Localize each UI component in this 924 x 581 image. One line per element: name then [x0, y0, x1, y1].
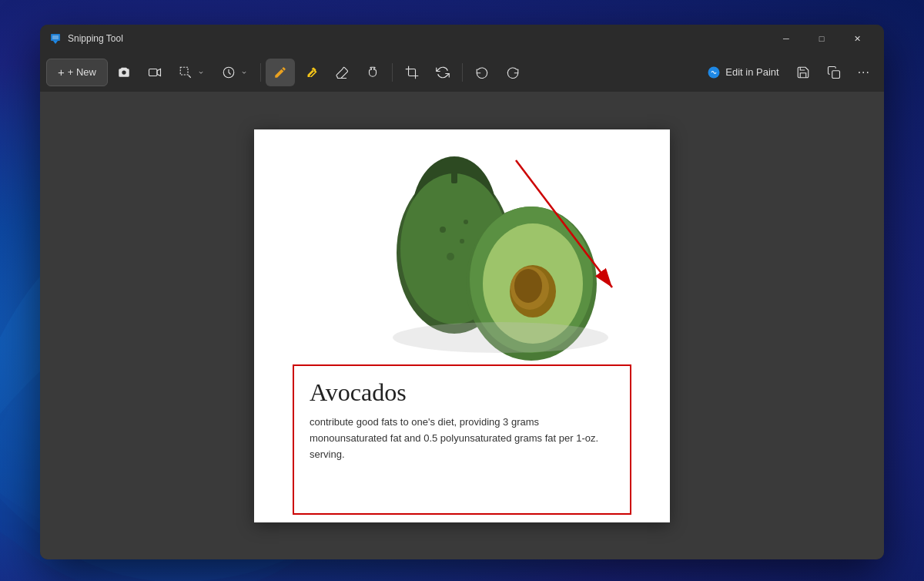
pen-icon: [273, 65, 287, 79]
red-arrow: [493, 145, 647, 314]
delay-button[interactable]: [214, 59, 256, 86]
svg-rect-20: [451, 172, 457, 183]
transform-button[interactable]: [428, 59, 457, 86]
svg-point-10: [440, 227, 446, 233]
toolbar: + + New: [40, 52, 884, 92]
window-title: Snipping Tool: [68, 33, 768, 44]
eraser-tool-button[interactable]: [327, 59, 357, 86]
svg-rect-1: [52, 35, 59, 39]
redo-button[interactable]: [498, 59, 527, 86]
paint-icon: [707, 65, 721, 79]
save-icon: [796, 65, 810, 79]
highlighter-tool-button[interactable]: [296, 59, 326, 86]
more-options-button[interactable]: ···: [850, 59, 878, 86]
svg-line-23: [516, 160, 612, 287]
copy-button[interactable]: [819, 59, 849, 86]
svg-rect-3: [180, 67, 188, 75]
separator-1: [260, 63, 261, 82]
touch-icon: [366, 65, 380, 79]
separator-3: [462, 63, 463, 82]
clock-icon: [222, 65, 236, 79]
redo-icon: [506, 65, 520, 79]
save-button[interactable]: [788, 59, 818, 86]
svg-point-13: [464, 220, 468, 224]
highlighter-icon: [304, 65, 318, 79]
transform-icon: [436, 65, 450, 79]
title-bar: Snipping Tool ─ □ ✕: [40, 25, 884, 52]
svg-rect-6: [832, 70, 839, 78]
close-button[interactable]: ✕: [839, 26, 875, 51]
screenshot-mode-button[interactable]: [109, 59, 139, 86]
selection-icon: [179, 65, 192, 79]
eraser-icon: [335, 65, 349, 79]
app-window: Snipping Tool ─ □ ✕ + + New: [40, 25, 884, 559]
camera-icon: [117, 65, 131, 79]
avocado-description: contribute good fats to one's diet, prov…: [310, 415, 614, 462]
edit-in-paint-button[interactable]: Edit in Paint: [699, 59, 786, 86]
video-mode-button[interactable]: [140, 59, 169, 86]
maximize-button[interactable]: □: [804, 26, 839, 51]
touch-write-button[interactable]: [358, 59, 387, 86]
chevron-down-2-icon: [240, 69, 248, 76]
screenshot-canvas: Avocados contribute good fats to one's d…: [254, 129, 670, 522]
svg-point-21: [393, 322, 608, 353]
svg-point-12: [447, 253, 454, 260]
separator-2: [392, 63, 393, 82]
selection-mode-button[interactable]: [171, 59, 213, 86]
new-button[interactable]: + + New: [46, 59, 108, 86]
crop-icon: [405, 65, 419, 79]
edit-in-paint-label: Edit in Paint: [725, 66, 778, 78]
new-label: + New: [68, 66, 96, 78]
avocado-image-area: [254, 129, 670, 368]
undo-button[interactable]: [467, 59, 497, 86]
video-icon: [148, 65, 162, 79]
content-area: Avocados contribute good fats to one's d…: [40, 92, 884, 559]
svg-rect-2: [149, 69, 157, 76]
undo-icon: [475, 65, 489, 79]
app-icon: [49, 32, 62, 45]
window-controls: ─ □ ✕: [768, 26, 875, 51]
crop-button[interactable]: [397, 59, 427, 86]
avocado-title: Avocados: [310, 378, 614, 407]
copy-icon: [827, 65, 841, 79]
text-content-box: Avocados contribute good fats to one's d…: [293, 364, 631, 515]
plus-icon: +: [58, 65, 65, 79]
pen-tool-button[interactable]: [266, 59, 295, 86]
minimize-button[interactable]: ─: [768, 26, 804, 51]
svg-point-11: [460, 239, 464, 243]
chevron-down-icon: [197, 69, 205, 76]
